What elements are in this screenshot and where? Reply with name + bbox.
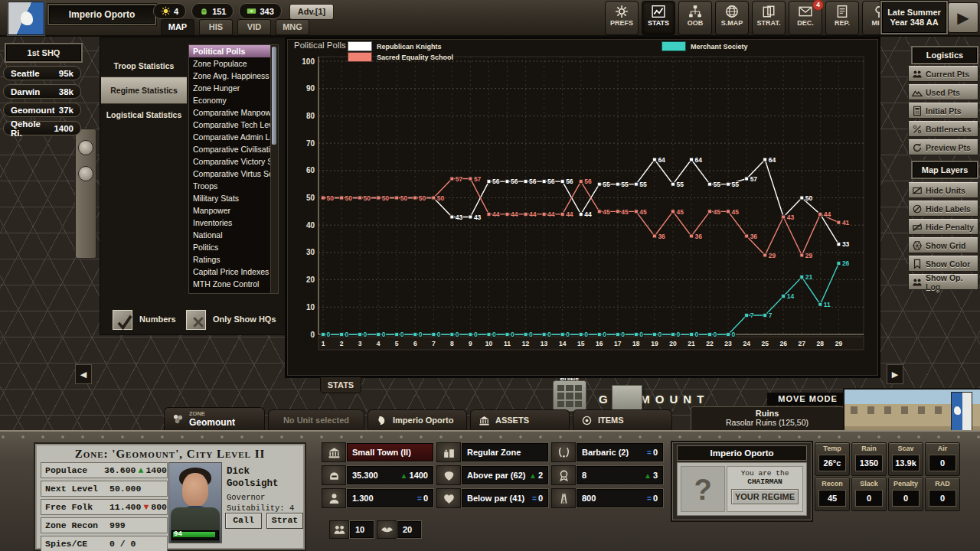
- sidebar-button-show-color[interactable]: Show Color: [908, 256, 978, 272]
- value-text: 36.600: [104, 465, 136, 475]
- bank-icon: [322, 446, 345, 459]
- zone-row-value: 36.600▲1400: [104, 465, 167, 475]
- regime-flag[interactable]: [8, 2, 44, 35]
- bottom-tab-imperio-oporto[interactable]: Imperio Oporto: [368, 409, 467, 430]
- tab-vid[interactable]: VID: [237, 19, 271, 35]
- env-stat-label: Penalty: [889, 480, 923, 487]
- city-pop: 37k: [59, 106, 74, 115]
- population-icon: [330, 523, 348, 536]
- stat-list-item[interactable]: Zone Avg. Happiness: [189, 70, 270, 82]
- stat-list-item[interactable]: Comparative Victory Score: [189, 155, 270, 168]
- stats-button[interactable]: STATS: [642, 1, 675, 35]
- dec-button[interactable]: DEC.4: [789, 1, 822, 35]
- city-button-geomount[interactable]: Geomount37k: [3, 103, 81, 117]
- stat-list-item[interactable]: National: [189, 229, 270, 241]
- town-sprite[interactable]: [612, 385, 642, 410]
- zone-row-label: Next Level: [41, 484, 109, 494]
- sidebar-button-bottlenecks[interactable]: Bottlenecks: [908, 121, 978, 137]
- sidebar-button-hide-penalty[interactable]: Hide Penalty: [908, 219, 978, 235]
- your-regime-button[interactable]: YOUR REGIME: [731, 489, 799, 504]
- svg-text:43: 43: [456, 214, 463, 221]
- svg-text:0: 0: [474, 331, 478, 338]
- stat-list-item[interactable]: Economy: [189, 94, 270, 106]
- city-button-qeholeri[interactable]: Qehole Ri.1400: [3, 121, 81, 135]
- stat-list-item[interactable]: Manpower: [189, 204, 270, 217]
- svg-text:16: 16: [596, 340, 603, 347]
- strat-button[interactable]: Strat: [266, 513, 303, 529]
- tab-map[interactable]: MAP: [161, 19, 194, 35]
- stat-list-item[interactable]: Troops: [189, 180, 270, 192]
- sidebar-button-show-grid[interactable]: Show Grid: [908, 237, 978, 253]
- scrollbar-thumb[interactable]: [272, 47, 276, 145]
- oob-button[interactable]: OOB: [678, 1, 712, 35]
- tab-his[interactable]: HIS: [199, 19, 233, 35]
- smap-button[interactable]: S.MAP: [715, 1, 749, 35]
- tab-mng[interactable]: MNG: [276, 19, 309, 35]
- stat-list-item[interactable]: Military Stats: [189, 192, 270, 204]
- advisor-button[interactable]: Adv.[1]: [289, 4, 334, 20]
- date-year: Year 348 AA: [883, 18, 946, 28]
- city-button-seattle[interactable]: Seattle95k: [3, 66, 81, 80]
- sidebar-button-initial-pts[interactable]: Initial Pts: [908, 103, 978, 119]
- grid-delta-value: 1400: [410, 471, 428, 480]
- stat-list-item[interactable]: Comparative Tech Level: [189, 119, 270, 131]
- svg-text:55: 55: [676, 181, 684, 188]
- stat-list-item[interactable]: Zone Hunger: [189, 82, 270, 94]
- sidebar-button-current-pts[interactable]: Current Pts: [908, 66, 978, 82]
- svg-text:2: 2: [340, 340, 344, 347]
- gear-icon: [615, 5, 629, 18]
- cash-icon: [247, 6, 256, 16]
- sidebar-button-show-op-log[interactable]: Show Op. Log: [908, 274, 978, 290]
- env-stat-rain: Rain1350: [851, 442, 887, 476]
- stat-list-item[interactable]: MTH Zone Control: [189, 278, 270, 290]
- stat-list-item[interactable]: Comparative Manpower: [189, 106, 270, 119]
- ruins-structure-icon[interactable]: [553, 380, 586, 412]
- stat-list-item[interactable]: Capital Price Indexes: [189, 266, 270, 278]
- governor-portrait[interactable]: 94: [168, 462, 222, 543]
- map-compass-icon[interactable]: [78, 166, 93, 181]
- sidebar-button-hide-units[interactable]: Hide Units: [908, 182, 978, 198]
- stat-list-item[interactable]: Comparative Civilisation: [189, 143, 270, 155]
- bookmark-icon: [912, 259, 923, 269]
- stat-list-item[interactable]: Politics: [189, 241, 270, 253]
- call-button[interactable]: Call: [225, 513, 262, 529]
- env-stat-value: 0: [855, 490, 883, 507]
- bottom-tab-geomount[interactable]: ZONEGeomount: [164, 407, 265, 430]
- svg-text:50: 50: [327, 194, 335, 202]
- sidebar-button-preview-pts[interactable]: Preview Pts: [908, 139, 978, 155]
- stats-list-scrollbar[interactable]: [270, 44, 279, 294]
- zone-row-populace: Populace36.600▲1400: [41, 462, 168, 478]
- stat-list-item[interactable]: Comparative Admin Level: [189, 131, 270, 143]
- only-show-hqs-checkbox[interactable]: [185, 309, 207, 331]
- stat-list-item[interactable]: Political Polls: [189, 45, 270, 57]
- strat-button[interactable]: STRAT.: [752, 1, 786, 35]
- category-regime[interactable]: Regime Statistics: [101, 77, 187, 103]
- city-button-darwin[interactable]: Darwin38k: [3, 84, 81, 99]
- map-gauge-icon[interactable]: [78, 140, 93, 155]
- stat-list-item[interactable]: Comparative Virtus Score: [189, 168, 270, 180]
- category-logistical[interactable]: Logistical Statistics: [101, 103, 187, 126]
- rep-button[interactable]: REP.: [825, 1, 859, 35]
- svg-text:36: 36: [750, 233, 758, 240]
- end-turn-button[interactable]: ▶: [948, 2, 978, 33]
- bottom-tab-items[interactable]: ITEMS: [573, 409, 672, 430]
- stats-bottom-tab[interactable]: STATS: [320, 377, 361, 393]
- stat-list-item[interactable]: Ratings: [189, 253, 270, 266]
- sidebar-button-used-pts[interactable]: Used Pts: [908, 84, 978, 100]
- category-troop[interactable]: Troop Statistics: [101, 55, 187, 77]
- bottom-tab-no-unit-selected[interactable]: No Unit selected: [268, 409, 364, 430]
- svg-text:0: 0: [547, 331, 551, 338]
- scroll-right-button[interactable]: ▶: [887, 364, 903, 384]
- only-show-hqs-label: Only Show HQs: [213, 315, 276, 324]
- bottom-tab-assets[interactable]: ASSETS: [470, 409, 570, 430]
- sidebar-button-hide-labels[interactable]: Hide Labels: [908, 201, 978, 217]
- numbers-checkbox[interactable]: [112, 309, 133, 331]
- prefs-button[interactable]: PREFS: [605, 1, 639, 35]
- legend-swatch: [348, 52, 372, 62]
- stat-list-item[interactable]: Zone Populace: [189, 57, 270, 70]
- up-arrow-icon: ▲: [400, 471, 408, 480]
- scroll-left-button[interactable]: ◀: [75, 364, 92, 384]
- svg-text:7: 7: [769, 311, 773, 319]
- env-stat-label: Temp: [815, 445, 849, 452]
- stat-list-item[interactable]: Inventories: [189, 217, 270, 229]
